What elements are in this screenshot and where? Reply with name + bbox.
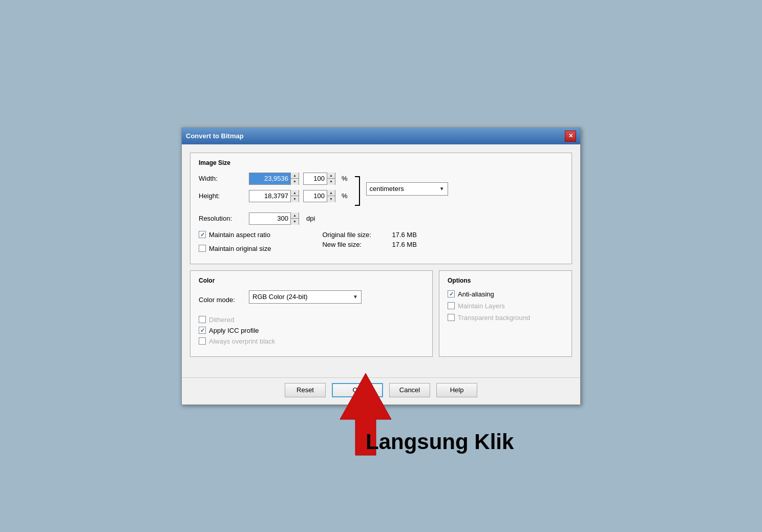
color-mode-value: RGB Color (24-bit) xyxy=(252,293,308,301)
options-section-title: Options xyxy=(448,277,563,284)
options-section: Options ✓ Anti-aliasing Maintain Layers xyxy=(439,270,572,357)
dithered-checkbox[interactable] xyxy=(199,316,206,323)
image-size-section: Image Size Width: ▲ ▼ xyxy=(190,153,572,264)
height-input[interactable] xyxy=(249,190,290,202)
resolution-unit: dpi xyxy=(306,215,315,222)
height-percent-up[interactable]: ▲ xyxy=(327,190,335,197)
height-percent-arrows: ▲ ▼ xyxy=(327,190,335,202)
height-percent-input[interactable] xyxy=(304,190,327,202)
width-percent-up[interactable]: ▲ xyxy=(327,173,335,179)
width-up-arrow[interactable]: ▲ xyxy=(291,173,299,179)
maintain-layers-checkbox[interactable] xyxy=(448,302,455,309)
color-mode-label: Color mode: xyxy=(199,296,245,304)
resolution-up-arrow[interactable]: ▲ xyxy=(291,212,299,219)
transparent-bg-row[interactable]: Transparent background xyxy=(448,314,563,322)
dithered-label: Dithered xyxy=(209,316,234,324)
ok-button[interactable]: OK xyxy=(332,383,383,397)
maintain-layers-row[interactable]: Maintain Layers xyxy=(448,302,563,310)
height-down-arrow[interactable]: ▼ xyxy=(291,196,299,202)
reset-button[interactable]: Reset xyxy=(285,383,326,397)
width-percent-input[interactable] xyxy=(304,173,327,184)
anti-aliasing-label: Anti-aliasing xyxy=(458,290,494,298)
resolution-label: Resolution: xyxy=(199,215,245,222)
checkboxes-fileinfo: ✓ Maintain aspect ratio Maintain origina… xyxy=(199,231,563,256)
width-percent-spinbox[interactable]: ▲ ▼ xyxy=(303,173,335,185)
original-file-size-row: Original file size: 17.6 MB xyxy=(322,231,416,239)
width-spinbox[interactable]: ▲ ▼ xyxy=(249,173,299,185)
close-button[interactable]: ✕ xyxy=(565,131,576,142)
annotation-text: Langsung Klik xyxy=(366,430,514,454)
help-button[interactable]: Help xyxy=(436,383,477,397)
maintain-original-row[interactable]: Maintain original size xyxy=(199,245,271,252)
apply-icc-checkbox[interactable]: ✓ xyxy=(199,327,206,334)
always-overprint-checkbox[interactable] xyxy=(199,337,206,345)
height-arrows: ▲ ▼ xyxy=(290,190,299,202)
width-arrows: ▲ ▼ xyxy=(290,173,299,185)
height-up-arrow[interactable]: ▲ xyxy=(291,190,299,197)
original-file-size-value: 17.6 MB xyxy=(392,231,416,239)
new-file-size-value: 17.6 MB xyxy=(392,241,416,248)
color-mode-dropdown-arrow: ▼ xyxy=(353,294,358,300)
transparent-bg-checkbox[interactable] xyxy=(448,314,455,321)
resolution-input[interactable] xyxy=(249,213,290,224)
maintain-layers-label: Maintain Layers xyxy=(458,302,505,310)
cancel-button[interactable]: Cancel xyxy=(389,383,430,397)
maintain-aspect-row[interactable]: ✓ Maintain aspect ratio xyxy=(199,231,271,239)
width-percent-down[interactable]: ▼ xyxy=(327,179,335,185)
new-file-size-row: New file size: 17.6 MB xyxy=(322,241,416,248)
anti-aliasing-row[interactable]: ✓ Anti-aliasing xyxy=(448,290,563,298)
height-percent-spinbox[interactable]: ▲ ▼ xyxy=(303,190,335,202)
maintain-original-label: Maintain original size xyxy=(209,245,271,252)
height-percent-label: % xyxy=(342,192,348,200)
width-percent-arrows: ▲ ▼ xyxy=(327,173,335,185)
height-row: Height: ▲ ▼ ▲ xyxy=(199,190,348,202)
color-mode-row: Color mode: RGB Color (24-bit) ▼ xyxy=(199,290,424,310)
always-overprint-label: Always overprint black xyxy=(209,337,275,345)
maintain-aspect-label: Maintain aspect ratio xyxy=(209,231,270,239)
new-file-size-label: New file size: xyxy=(322,241,384,248)
maintain-aspect-checkbox[interactable]: ✓ xyxy=(199,231,206,238)
apply-icc-check: ✓ xyxy=(200,327,205,334)
apply-icc-label: Apply ICC profile xyxy=(209,327,259,334)
dithered-row[interactable]: Dithered xyxy=(199,316,424,324)
width-down-arrow[interactable]: ▼ xyxy=(291,179,299,185)
dialog-body: Image Size Width: ▲ ▼ xyxy=(182,144,580,377)
anti-aliasing-checkbox[interactable]: ✓ xyxy=(448,290,455,297)
width-label: Width: xyxy=(199,175,245,182)
units-dropdown-arrow: ▼ xyxy=(439,186,444,191)
title-bar: Convert to Bitmap ✕ xyxy=(182,128,580,144)
bottom-sections: Color Color mode: RGB Color (24-bit) ▼ D… xyxy=(190,270,572,363)
dialog-title: Convert to Bitmap xyxy=(186,132,244,140)
width-row: Width: ▲ ▼ ▲ xyxy=(199,173,348,185)
image-size-title: Image Size xyxy=(199,159,563,166)
anti-aliasing-check: ✓ xyxy=(449,291,454,297)
color-mode-dropdown[interactable]: RGB Color (24-bit) ▼ xyxy=(249,290,362,304)
resolution-row: Resolution: ▲ ▼ dpi xyxy=(199,212,563,225)
width-percent-label: % xyxy=(342,175,348,182)
apply-icc-row[interactable]: ✓ Apply ICC profile xyxy=(199,327,424,334)
checkboxes-col: ✓ Maintain aspect ratio Maintain origina… xyxy=(199,231,271,256)
maintain-aspect-check: ✓ xyxy=(200,231,205,238)
color-section: Color Color mode: RGB Color (24-bit) ▼ D… xyxy=(190,270,433,357)
resolution-down-arrow[interactable]: ▼ xyxy=(291,219,299,225)
width-input[interactable] xyxy=(249,173,290,184)
units-dropdown[interactable]: centimeters ▼ xyxy=(366,182,448,196)
maintain-original-checkbox[interactable] xyxy=(199,245,206,252)
resolution-spinbox[interactable]: ▲ ▼ xyxy=(249,212,299,225)
color-section-title: Color xyxy=(199,277,424,284)
height-spinbox[interactable]: ▲ ▼ xyxy=(249,190,299,202)
original-file-size-label: Original file size: xyxy=(322,231,384,239)
resolution-arrows: ▲ ▼ xyxy=(290,212,299,225)
height-percent-down[interactable]: ▼ xyxy=(327,196,335,202)
dialog-footer: Reset OK Cancel Help xyxy=(182,377,580,405)
units-dropdown-value: centimeters xyxy=(370,185,404,193)
height-label: Height: xyxy=(199,192,245,200)
transparent-bg-label: Transparent background xyxy=(458,314,530,322)
file-info: Original file size: 17.6 MB New file siz… xyxy=(322,231,416,250)
always-overprint-row[interactable]: Always overprint black xyxy=(199,337,424,345)
